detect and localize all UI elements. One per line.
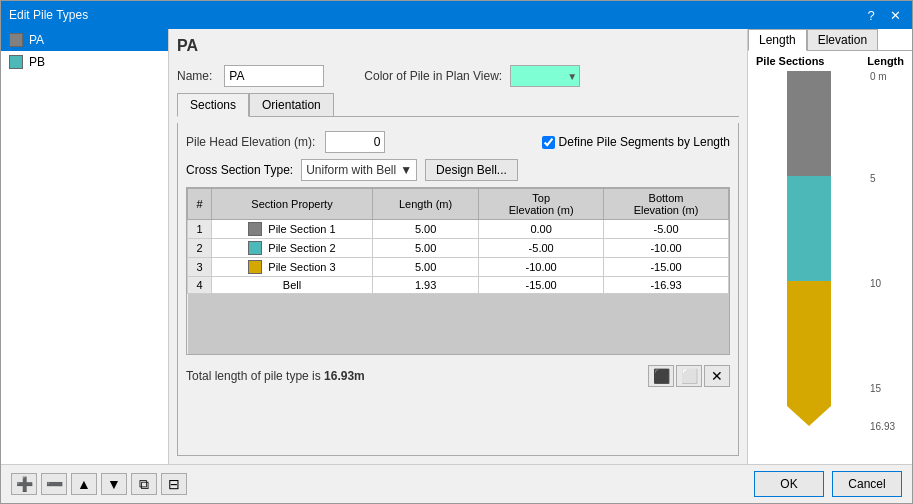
pile-head-input[interactable] xyxy=(325,131,385,153)
pile-bell-flare xyxy=(787,406,831,426)
tab-orientation[interactable]: Orientation xyxy=(249,93,334,116)
pile-bell-neck xyxy=(787,386,831,406)
table-row[interactable]: 1 Pile Section 1 5.00 0.00 -5.00 xyxy=(188,220,729,239)
help-button[interactable]: ? xyxy=(862,6,880,24)
row3-length: 5.00 xyxy=(372,258,478,277)
row1-property: Pile Section 1 xyxy=(212,220,373,239)
row1-bottom-elev: -5.00 xyxy=(604,220,729,239)
row3-top-elev: -10.00 xyxy=(479,258,604,277)
pile-seg-3 xyxy=(787,281,831,386)
vis-tab-elevation[interactable]: Elevation xyxy=(807,29,878,50)
tab-sections[interactable]: Sections xyxy=(177,93,249,117)
tab-content-sections: Pile Head Elevation (m): Define Pile Seg… xyxy=(177,123,739,456)
scale-column: 0 m 5 10 15 16.93 xyxy=(870,71,908,460)
col-header-property: Section Property xyxy=(212,189,373,220)
pile-item-pb[interactable]: PB xyxy=(1,51,168,73)
define-by-length-label: Define Pile Segments by Length xyxy=(559,135,730,149)
table-row[interactable]: 2 Pile Section 2 5.00 -5.00 -10.00 xyxy=(188,239,729,258)
row3-property: Pile Section 3 xyxy=(212,258,373,277)
name-label: Name: xyxy=(177,69,212,83)
vis-content: Pile Sections Length xyxy=(748,51,912,464)
vis-header-sections: Pile Sections xyxy=(756,55,824,67)
vis-headers: Pile Sections Length xyxy=(752,55,908,67)
title-bar-controls: ? ✕ xyxy=(862,6,904,24)
color-selector[interactable]: ▼ xyxy=(510,65,580,87)
header-row: PA xyxy=(177,37,739,59)
copy-pile-btn[interactable]: ⧉ xyxy=(131,473,157,495)
row1-property-name: Pile Section 1 xyxy=(268,223,335,235)
filter-btn[interactable]: ⊟ xyxy=(161,473,187,495)
row3-bottom-elev: -15.00 xyxy=(604,258,729,277)
pile-column xyxy=(752,71,866,460)
add-pile-btn[interactable]: ➕ xyxy=(11,473,37,495)
title-bar: Edit Pile Types ? ✕ xyxy=(1,1,912,29)
delete-pile-btn[interactable]: ➖ xyxy=(41,473,67,495)
table-action-buttons: ⬛ ⬜ ✕ xyxy=(648,365,730,387)
cross-section-row: Cross Section Type: Uniform with Bell ▼ … xyxy=(186,159,730,181)
cross-section-label: Cross Section Type: xyxy=(186,163,293,177)
pile-list: PA PB xyxy=(1,29,169,464)
scale-1693: 16.93 xyxy=(870,421,895,432)
row4-top-elev: -15.00 xyxy=(479,277,604,294)
pile-diagram-area: 0 m 5 10 15 16.93 xyxy=(752,71,908,460)
name-row: Name: xyxy=(177,65,324,87)
pile-head-label: Pile Head Elevation (m): xyxy=(186,135,315,149)
pile-segments xyxy=(784,71,834,460)
cross-section-arrow: ▼ xyxy=(400,163,412,177)
define-by-length-checkbox[interactable] xyxy=(542,136,555,149)
define-by-length-row: Define Pile Segments by Length xyxy=(542,135,730,149)
vis-tab-length[interactable]: Length xyxy=(748,29,807,51)
dialog-title: Edit Pile Types xyxy=(9,8,88,22)
pile-seg-1 xyxy=(787,71,831,176)
table-empty-row xyxy=(188,294,729,354)
move-up-btn[interactable]: ▲ xyxy=(71,473,97,495)
design-bell-button[interactable]: Design Bell... xyxy=(425,159,518,181)
table-row[interactable]: 4 Bell 1.93 -15.00 -16.93 xyxy=(188,277,729,294)
row2-bottom-elev: -10.00 xyxy=(604,239,729,258)
move-down-btn[interactable]: ▼ xyxy=(101,473,127,495)
row2-property: Pile Section 2 xyxy=(212,239,373,258)
cancel-button[interactable]: Cancel xyxy=(832,471,902,497)
row1-color-box xyxy=(248,222,262,236)
cross-section-select[interactable]: Uniform with Bell ▼ xyxy=(301,159,417,181)
vis-header-length: Length xyxy=(867,55,904,67)
scale-15: 15 xyxy=(870,383,881,394)
row2-num: 2 xyxy=(188,239,212,258)
row4-num: 4 xyxy=(188,277,212,294)
sections-table: # Section Property Length (m) TopElevati… xyxy=(187,188,729,354)
row2-length: 5.00 xyxy=(372,239,478,258)
close-button[interactable]: ✕ xyxy=(886,6,904,24)
row2-top-elev: -5.00 xyxy=(479,239,604,258)
table-row[interactable]: 3 Pile Section 3 5.00 -10.00 -15.00 xyxy=(188,258,729,277)
scale-5: 5 xyxy=(870,173,876,184)
ok-button[interactable]: OK xyxy=(754,471,824,497)
main-area: PA Name: Color of Pile in Plan View: ▼ S… xyxy=(169,29,747,464)
color-row: Color of Pile in Plan View: ▼ xyxy=(364,65,580,87)
pile-head-row: Pile Head Elevation (m): xyxy=(186,131,385,153)
section-title: PA xyxy=(177,37,198,55)
pile-seg-2 xyxy=(787,176,831,281)
color-label: Color of Pile in Plan View: xyxy=(364,69,502,83)
scale-0m: 0 m xyxy=(870,71,887,82)
row1-num: 1 xyxy=(188,220,212,239)
visualization-panel: Length Elevation Pile Sections Length xyxy=(747,29,912,464)
cross-section-value: Uniform with Bell xyxy=(306,163,396,177)
row4-property: Bell xyxy=(212,277,373,294)
pile-label-pb: PB xyxy=(29,55,45,69)
row3-num: 3 xyxy=(188,258,212,277)
col-header-top-elev: TopElevation (m) xyxy=(479,189,604,220)
dialog-body: PA PB PA Name: Color of Pile in xyxy=(1,29,912,464)
row1-length: 5.00 xyxy=(372,220,478,239)
table-split-btn[interactable]: ⬜ xyxy=(676,365,702,387)
col-header-length: Length (m) xyxy=(372,189,478,220)
table-delete-btn[interactable]: ✕ xyxy=(704,365,730,387)
name-input[interactable] xyxy=(224,65,324,87)
pile-action-buttons: ➕ ➖ ▲ ▼ ⧉ ⊟ xyxy=(11,473,187,495)
row3-color-box xyxy=(248,260,262,274)
color-dropdown-arrow: ▼ xyxy=(567,71,577,82)
pile-item-pa[interactable]: PA xyxy=(1,29,168,51)
table-merge-btn[interactable]: ⬛ xyxy=(648,365,674,387)
pile-icon-pa xyxy=(9,33,23,47)
row4-bottom-elev: -16.93 xyxy=(604,277,729,294)
total-length-text: Total length of pile type is 16.93m xyxy=(186,369,365,383)
